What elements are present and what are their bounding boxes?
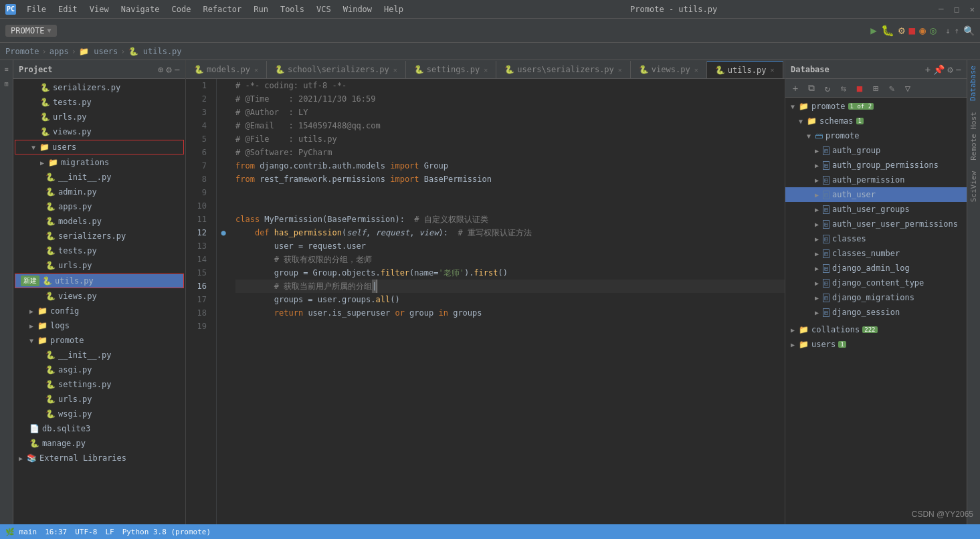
panel-close-button[interactable]: −	[175, 64, 180, 75]
minimize-button[interactable]: ─	[939, 5, 943, 14]
db-item-promote-schema[interactable]: ▼ 🗃 promote	[785, 128, 967, 143]
tree-item-urls-school[interactable]: 🐍 urls.py	[13, 110, 185, 124]
db-item-django-content-type[interactable]: ▶ ⊞ django_content_type	[785, 276, 967, 290]
tree-item-promote-folder[interactable]: ▼ 📁 promote	[13, 333, 185, 348]
tab-close-school-serializers[interactable]: ✕	[393, 66, 397, 74]
menu-code[interactable]: Code	[167, 3, 197, 15]
tree-item-models-users[interactable]: 🐍 models.py	[13, 214, 185, 229]
tab-close-models[interactable]: ✕	[254, 66, 258, 74]
db-duplicate[interactable]: ⧉	[804, 81, 819, 96]
db-refresh[interactable]: ↻	[820, 81, 835, 96]
db-pin-button[interactable]: 📌	[933, 64, 945, 75]
db-item-schemas[interactable]: ▼ 📁 schemas 1	[785, 114, 967, 128]
db-item-django-session[interactable]: ▶ ⊞ django_session	[785, 305, 967, 320]
coverage-button[interactable]: ◎	[930, 24, 937, 37]
tree-item-serializers-school[interactable]: 🐍 serializers.py	[13, 80, 185, 95]
panel-settings-button[interactable]: ⚙	[166, 64, 171, 75]
tree-item-logs-folder[interactable]: ▶ 📁 logs	[13, 318, 185, 333]
db-edit[interactable]: ✎	[884, 81, 899, 96]
tree-item-utils-users[interactable]: 新建 🐍 utils.py ➡	[15, 274, 184, 288]
db-item-users-db[interactable]: ▶ 📁 users 1	[785, 337, 967, 352]
menu-tools[interactable]: Tools	[275, 3, 310, 15]
tree-item-admin-users[interactable]: 🐍 admin.py	[13, 185, 185, 199]
menu-run[interactable]: Run	[248, 3, 274, 15]
tab-utils[interactable]: 🐍 utils.py ✕	[707, 61, 783, 78]
db-settings-button[interactable]: ⚙	[947, 64, 953, 75]
db-item-django-admin-log[interactable]: ▶ ⊞ django_admin_log	[785, 261, 967, 276]
tab-close-utils[interactable]: ✕	[770, 66, 774, 74]
structure-activity-icon[interactable]: ⊞	[1, 78, 13, 90]
tab-views[interactable]: 🐍 views.py ✕	[631, 61, 707, 78]
menu-window[interactable]: Window	[338, 3, 377, 15]
tree-item-wsgi[interactable]: 🐍 wsgi.py	[13, 407, 185, 421]
db-item-classes-number[interactable]: ▶ ⊞ classes_number	[785, 246, 967, 261]
git-push-icon[interactable]: ↑	[955, 26, 959, 35]
tree-item-urls-promote[interactable]: 🐍 urls.py	[13, 392, 185, 407]
tree-item-serializers-users[interactable]: 🐍 serializers.py	[13, 229, 185, 243]
db-sync[interactable]: ⇆	[836, 81, 851, 96]
tree-item-tests-school[interactable]: 🐍 tests.py	[13, 95, 185, 110]
maximize-button[interactable]: □	[955, 5, 959, 14]
db-item-auth-permission[interactable]: ▶ ⊞ auth_permission	[785, 173, 967, 187]
db-table-view[interactable]: ⊞	[868, 81, 883, 96]
project-activity-icon[interactable]: ≡	[1, 63, 13, 75]
build-button[interactable]: ⚙	[898, 24, 905, 37]
db-add-button[interactable]: +	[925, 64, 930, 75]
search-everywhere-button[interactable]: 🔍	[963, 25, 975, 36]
db-item-auth-group-permissions[interactable]: ▶ ⊞ auth_group_permissions	[785, 158, 967, 173]
tree-item-settings-promote[interactable]: 🐍 settings.py	[13, 377, 185, 392]
stop-button[interactable]: ■	[909, 24, 916, 37]
rs-tab-database[interactable]: Database	[966, 60, 980, 106]
menu-help[interactable]: Help	[379, 3, 409, 15]
rs-tab-sci-view[interactable]: SciView	[967, 166, 980, 207]
db-filter[interactable]: ▽	[900, 81, 915, 96]
tree-item-migrations[interactable]: ▶ 📁 migrations	[13, 155, 185, 170]
menu-view[interactable]: View	[84, 3, 114, 15]
tab-close-users-serializers[interactable]: ✕	[618, 66, 622, 74]
breadcrumb-users[interactable]: 📁 users	[79, 47, 118, 56]
code-container[interactable]: 1 2 3 4 5 6 7 8 9 10 11 12 13 14 15 16 1…	[186, 79, 785, 524]
menu-refactor[interactable]: Refactor	[197, 3, 247, 15]
menu-edit[interactable]: Edit	[53, 3, 83, 15]
db-item-classes[interactable]: ▶ ⊞ classes	[785, 231, 967, 246]
tree-item-apps-users[interactable]: 🐍 apps.py	[13, 199, 185, 214]
tree-item-external-libs[interactable]: ▶ 📚 External Libraries	[13, 451, 185, 465]
tab-users-serializers[interactable]: 🐍 users\serializers.py ✕	[496, 61, 631, 78]
tree-item-views-school[interactable]: 🐍 views.py	[13, 124, 185, 139]
db-close-button[interactable]: −	[956, 64, 961, 75]
code-content[interactable]: # -*- coding: utf-8 -*- # @Time : 2021/1…	[230, 79, 785, 524]
menu-vcs[interactable]: VCS	[311, 3, 336, 15]
menu-file[interactable]: File	[21, 3, 52, 15]
breadcrumb-utils[interactable]: 🐍 utils.py	[128, 47, 182, 56]
db-stop[interactable]: ■	[852, 81, 867, 96]
db-item-promote[interactable]: ▼ 📁 promote 1 of 2	[785, 99, 967, 114]
breadcrumb-promote[interactable]: Promote	[5, 47, 39, 56]
tab-models[interactable]: 🐍 models.py ✕	[186, 61, 267, 78]
tree-item-asgi[interactable]: 🐍 asgi.py	[13, 362, 185, 377]
db-item-auth-user-groups[interactable]: ▶ ⊞ auth_user_groups	[785, 202, 967, 217]
db-item-django-migrations[interactable]: ▶ ⊞ django_migrations	[785, 290, 967, 305]
tree-item-manage[interactable]: 🐍 manage.py	[13, 436, 185, 451]
tree-item-users-folder[interactable]: ▼ 📁 users	[15, 140, 184, 154]
debug-button[interactable]: 🐛	[881, 24, 894, 37]
breadcrumb-apps[interactable]: apps	[50, 47, 69, 56]
profile-button[interactable]: ◉	[919, 24, 926, 37]
menu-navigate[interactable]: Navigate	[116, 3, 165, 15]
promote-selector[interactable]: PROMOTE ▼	[5, 25, 57, 37]
tab-close-settings[interactable]: ✕	[484, 66, 488, 74]
db-item-collations[interactable]: ▶ 📁 collations 222	[785, 322, 967, 337]
tree-item-urls-users[interactable]: 🐍 urls.py	[13, 258, 185, 273]
close-button[interactable]: ✕	[970, 5, 975, 14]
db-add-datasource[interactable]: +	[788, 81, 803, 96]
locate-file-button[interactable]: ⊕	[158, 64, 163, 75]
tree-item-views-users[interactable]: 🐍 views.py	[13, 289, 185, 304]
db-item-auth-group[interactable]: ▶ ⊞ auth_group	[785, 143, 967, 158]
tree-item-init-users[interactable]: 🐍 __init__.py	[13, 170, 185, 185]
run-button[interactable]: ▶	[870, 24, 877, 37]
tab-settings[interactable]: 🐍 settings.py ✕	[406, 61, 497, 78]
tree-item-init-promote[interactable]: 🐍 __init__.py	[13, 348, 185, 362]
git-update-icon[interactable]: ↓	[946, 26, 951, 35]
db-item-auth-user-user-permissions[interactable]: ▶ ⊞ auth_user_user_permissions	[785, 217, 967, 231]
tree-item-db-sqlite[interactable]: 📄 db.sqlite3	[13, 421, 185, 436]
tree-item-tests-users[interactable]: 🐍 tests.py	[13, 243, 185, 258]
